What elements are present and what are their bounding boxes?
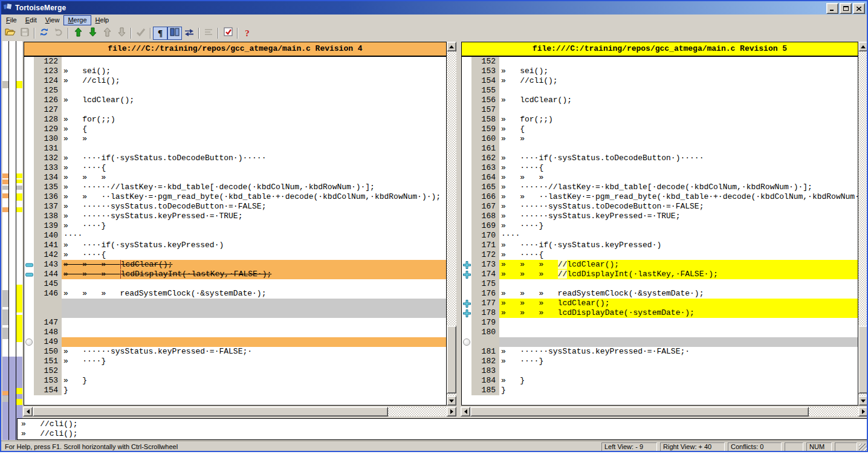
code-line[interactable]: 181» ······sysStatus.keyPressed·=·FALSE;… <box>462 347 858 357</box>
removed-line[interactable]: 149 <box>24 337 446 347</box>
scrollbar-right-button[interactable] <box>447 407 456 416</box>
added-line[interactable]: 174» » » //lcdDisplayInt(·lastKey,·FALSE… <box>462 270 858 279</box>
code-line[interactable]: 180 <box>462 328 858 337</box>
scrollbar-up-button[interactable] <box>447 42 456 51</box>
code-line[interactable]: 184» } <box>462 376 858 386</box>
ghost-line[interactable] <box>24 308 446 318</box>
code-line[interactable]: 126» lcdClear(); <box>24 95 446 105</box>
scrollbar-thumb[interactable] <box>470 407 809 416</box>
scrollbar-thumb[interactable] <box>33 407 388 416</box>
prev-difference-button[interactable] <box>71 27 85 40</box>
scrollbar-right-button[interactable] <box>858 407 868 416</box>
code-line[interactable]: 148 <box>24 328 446 337</box>
code-line[interactable]: 171» ····if(·sysStatus.keyPressed·) <box>462 241 858 250</box>
code-line[interactable]: 172» ····{ <box>462 250 858 260</box>
code-line[interactable]: 162» ····if(·sysStatus.toDecodeButton·)·… <box>462 154 858 163</box>
menu-item-help[interactable]: Help <box>91 15 114 25</box>
code-line[interactable]: 157 <box>462 105 858 115</box>
scrollbar-down-button[interactable] <box>858 396 868 406</box>
code-line[interactable]: 152 <box>24 366 446 376</box>
code-line[interactable]: 151» ····} <box>24 357 446 366</box>
code-line[interactable]: 128» for(;;) <box>24 115 446 125</box>
code-line[interactable]: 158» for(;;) <box>462 115 858 125</box>
menu-item-merge[interactable]: Merge <box>63 15 91 25</box>
scrollbar-left-button[interactable] <box>23 407 33 416</box>
scrollbar-up-button[interactable] <box>858 42 868 51</box>
code-line[interactable]: 134» » » <box>24 173 446 183</box>
code-line[interactable]: 155 <box>462 86 858 95</box>
code-line[interactable]: 145 <box>24 279 446 289</box>
code-line[interactable]: 124» //cli(); <box>24 76 446 86</box>
settings-button[interactable] <box>221 27 235 40</box>
code-line[interactable]: 142» ····{ <box>24 250 446 260</box>
locator-bar[interactable] <box>2 41 22 440</box>
code-line[interactable]: 169» ····} <box>462 221 858 231</box>
code-line[interactable]: 179 <box>462 318 858 328</box>
menu-item-edit[interactable]: Edit <box>21 15 41 25</box>
code-line[interactable]: 183 <box>462 366 858 376</box>
code-line[interactable]: 130» » <box>24 134 446 144</box>
show-whitespace-button[interactable]: ¶ <box>153 27 167 40</box>
added-line[interactable]: 177» » » lcdClear(); <box>462 299 858 308</box>
added-line[interactable]: 173» » » //lcdClear(); <box>462 260 858 270</box>
code-line[interactable]: 139» ····} <box>24 221 446 231</box>
code-line[interactable]: 154} <box>24 386 446 395</box>
help-button[interactable]: ? <box>240 27 254 40</box>
ghost-line[interactable] <box>462 337 858 347</box>
maximize-button[interactable] <box>840 3 852 14</box>
code-line[interactable]: 127 <box>24 105 446 115</box>
code-line[interactable]: 129» { <box>24 125 446 134</box>
code-line[interactable]: 153» sei(); <box>462 66 858 76</box>
code-line[interactable]: 185} <box>462 386 858 395</box>
code-line[interactable]: 152 <box>462 57 858 66</box>
close-button[interactable] <box>853 3 865 14</box>
added-line[interactable]: 178» » » lcdDisplayDate(·systemDate·); <box>462 308 858 318</box>
code-line[interactable]: 147 <box>24 318 446 328</box>
resize-grip[interactable] <box>859 444 867 451</box>
two-pane-view-button[interactable] <box>167 27 182 40</box>
scrollbar-thumb[interactable] <box>447 326 456 393</box>
code-line[interactable]: 154» //cli(); <box>462 76 858 86</box>
code-line[interactable]: 175 <box>462 279 858 289</box>
code-line[interactable]: 125 <box>24 86 446 95</box>
code-line[interactable]: 140···· <box>24 231 446 241</box>
code-line[interactable]: 131 <box>24 144 446 154</box>
code-line[interactable]: 182» ····} <box>462 357 858 366</box>
code-line[interactable]: 146» » » readSystemClock(·&systemDate·); <box>24 289 446 299</box>
removed-line[interactable]: 143» » » lcdClear(); <box>24 260 446 270</box>
removed-line[interactable]: 144» » » lcdDisplayInt(·lastKey,·FALSE·)… <box>24 270 446 279</box>
code-line[interactable]: 156» lcdClear(); <box>462 95 858 105</box>
code-line[interactable]: 159» { <box>462 125 858 134</box>
code-line[interactable]: 163» ····{ <box>462 163 858 173</box>
code-line[interactable]: 136» » ··lastKey·=·pgm_read_byte(·kbd_ta… <box>24 192 446 202</box>
reload-button[interactable] <box>37 27 51 40</box>
ghost-line[interactable] <box>24 299 446 308</box>
code-line[interactable]: 161 <box>462 144 858 154</box>
next-difference-button[interactable] <box>85 27 100 40</box>
menu-item-view[interactable]: View <box>41 15 64 25</box>
code-line[interactable]: 137» ······sysStatus.toDecodeButton·=·FA… <box>24 202 446 212</box>
code-line[interactable]: 167» ······sysStatus.toDecodeButton·=·FA… <box>462 202 858 212</box>
switch-left-right-button[interactable] <box>182 27 196 40</box>
title-bar[interactable]: TortoiseMerge <box>1 1 867 15</box>
minimize-button[interactable] <box>826 3 838 14</box>
code-line[interactable]: 122 <box>24 57 446 66</box>
code-line[interactable]: 138» ······sysStatus.keyPressed·=·TRUE; <box>24 212 446 221</box>
code-line[interactable]: 166» » ··lastKey·=·pgm_read_byte(·kbd_ta… <box>462 192 858 202</box>
open-button[interactable] <box>3 27 18 40</box>
code-line[interactable]: 135» ······//lastKey·=·kbd_table[·decode… <box>24 183 446 192</box>
code-line[interactable]: 168» ······sysStatus.keyPressed·=·TRUE; <box>462 212 858 221</box>
code-line[interactable]: 160» » <box>462 134 858 144</box>
code-line[interactable]: 153» } <box>24 376 446 386</box>
code-line[interactable]: 133» ····{ <box>24 163 446 173</box>
scrollbar-left-button[interactable] <box>461 407 470 416</box>
code-line[interactable]: 123» sei(); <box>24 66 446 76</box>
code-line[interactable]: 164» » » <box>462 173 858 183</box>
code-line[interactable]: 170···· <box>462 231 858 241</box>
code-line[interactable]: 150» ······sysStatus.keyPressed·=·FALSE;… <box>24 347 446 357</box>
code-line[interactable]: 165» ······//lastKey·=·kbd_table[·decode… <box>462 183 858 192</box>
code-line[interactable]: 132» ····if(·sysStatus.toDecodeButton·)·… <box>24 154 446 163</box>
code-line[interactable]: 141» ····if(·sysStatus.keyPressed·) <box>24 241 446 250</box>
scrollbar-down-button[interactable] <box>447 396 456 406</box>
code-line[interactable]: 176» » » readSystemClock(·&systemDate·); <box>462 289 858 299</box>
